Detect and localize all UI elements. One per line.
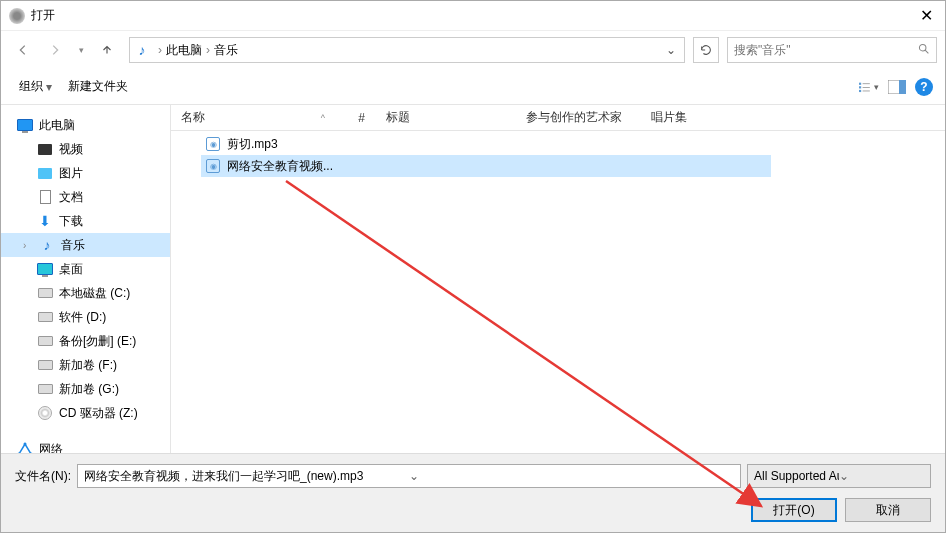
breadcrumb-thispc[interactable]: 此电脑 [166,42,202,59]
sidebar-item-drive-d[interactable]: 软件 (D:) [1,305,170,329]
file-name: 剪切.mp3 [227,136,278,153]
toolbar: 组织 ▾ 新建文件夹 ▾ ? [1,69,945,105]
disc-icon [37,405,53,421]
svg-point-0 [919,44,926,51]
chevron-down-icon: ⌄ [839,469,924,483]
network-icon [17,441,33,453]
forward-button[interactable] [41,36,69,64]
arrow-up-icon [100,43,114,57]
svg-rect-2 [863,83,870,84]
sidebar-item-downloads[interactable]: ⬇ 下载 [1,209,170,233]
svg-rect-5 [859,89,861,91]
sidebar-item-music[interactable]: › ♪ 音乐 [1,233,170,257]
search-input[interactable] [734,43,917,57]
media-file-icon [205,136,221,152]
sidebar-item-drive-f[interactable]: 新加卷 (F:) [1,353,170,377]
filename-input[interactable]: 网络安全教育视频，进来我们一起学习吧_(new).mp3 ⌄ [77,464,741,488]
arrow-left-icon [16,43,30,57]
desktop-icon [37,261,53,277]
filename-label: 文件名(N): [15,468,71,485]
column-album[interactable]: 唱片集 [641,109,945,126]
breadcrumb-dropdown[interactable]: ⌄ [662,43,680,57]
main-area: 此电脑 视频 图片 文档 ⬇ 下载 › ♪ 音乐 桌面 本地磁盘 (C [1,105,945,453]
documents-icon [37,189,53,205]
preview-pane-button[interactable] [887,78,907,96]
chevron-down-icon[interactable]: ⌄ [409,469,734,483]
download-icon: ⬇ [37,213,53,229]
new-folder-button[interactable]: 新建文件夹 [62,74,134,99]
svg-rect-1 [859,82,861,84]
search-box[interactable] [727,37,937,63]
recent-dropdown[interactable]: ▾ [73,36,89,64]
music-icon: ♪ [134,42,150,58]
svg-rect-6 [863,90,870,91]
column-number[interactable]: # [336,111,376,125]
title-bar: 打开 ✕ [1,1,945,31]
drive-icon [37,357,53,373]
open-button[interactable]: 打开(O) [751,498,837,522]
file-list: 名称 ^ # 标题 参与创作的艺术家 唱片集 剪切.mp3 网络安全教育视频..… [171,105,945,453]
expand-icon[interactable]: › [23,240,33,251]
arrow-right-icon [48,43,62,57]
column-headers: 名称 ^ # 标题 参与创作的艺术家 唱片集 [171,105,945,131]
view-mode-button[interactable]: ▾ [859,78,879,96]
drive-icon [37,333,53,349]
up-button[interactable] [93,36,121,64]
footer: 文件名(N): 网络安全教育视频，进来我们一起学习吧_(new).mp3 ⌄ A… [1,453,945,532]
sidebar-item-cd-drive[interactable]: CD 驱动器 (Z:) [1,401,170,425]
refresh-icon [699,43,713,57]
search-icon[interactable] [917,42,930,58]
svg-rect-3 [859,86,861,88]
column-name[interactable]: 名称 ^ [171,109,336,126]
sort-indicator-icon: ^ [321,113,325,123]
sidebar-item-drive-g[interactable]: 新加卷 (G:) [1,377,170,401]
sidebar: 此电脑 视频 图片 文档 ⬇ 下载 › ♪ 音乐 桌面 本地磁盘 (C [1,105,171,453]
list-view-icon [859,80,872,94]
sidebar-item-thispc[interactable]: 此电脑 [1,113,170,137]
breadcrumb-music[interactable]: 音乐 [214,42,238,59]
file-row[interactable]: 网络安全教育视频... [201,155,771,177]
cancel-button[interactable]: 取消 [845,498,931,522]
nav-bar: ▾ ♪ › 此电脑 › 音乐 ⌄ [1,31,945,69]
file-row[interactable]: 剪切.mp3 [201,133,945,155]
svg-rect-8 [899,80,906,94]
chevron-right-icon: › [158,43,162,57]
back-button[interactable] [9,36,37,64]
computer-icon [17,117,33,133]
drive-icon [37,381,53,397]
sidebar-item-drive-c[interactable]: 本地磁盘 (C:) [1,281,170,305]
drive-icon [37,285,53,301]
file-type-filter[interactable]: All Supported Audio&Video ⌄ [747,464,931,488]
svg-rect-4 [863,87,870,88]
sidebar-item-video[interactable]: 视频 [1,137,170,161]
video-icon [37,141,53,157]
pictures-icon [37,165,53,181]
organize-menu[interactable]: 组织 ▾ [13,74,58,99]
close-button[interactable]: ✕ [916,6,937,25]
media-file-icon [205,158,221,174]
question-icon: ? [920,80,927,94]
chevron-right-icon: › [206,43,210,57]
sidebar-item-desktop[interactable]: 桌面 [1,257,170,281]
app-icon [9,8,25,24]
drive-icon [37,309,53,325]
sidebar-item-network[interactable]: 网络 [1,437,170,453]
panel-icon [888,80,906,94]
refresh-button[interactable] [693,37,719,63]
column-title[interactable]: 标题 [376,109,516,126]
music-icon: ♪ [39,237,55,253]
file-name: 网络安全教育视频... [227,158,333,175]
sidebar-item-drive-e[interactable]: 备份[勿删] (E:) [1,329,170,353]
svg-point-11 [24,443,27,446]
window-title: 打开 [31,7,916,24]
help-button[interactable]: ? [915,78,933,96]
column-artist[interactable]: 参与创作的艺术家 [516,109,641,126]
chevron-down-icon: ▾ [46,80,52,94]
file-rows: 剪切.mp3 网络安全教育视频... [171,131,945,179]
breadcrumb[interactable]: ♪ › 此电脑 › 音乐 ⌄ [129,37,685,63]
sidebar-item-pictures[interactable]: 图片 [1,161,170,185]
sidebar-item-documents[interactable]: 文档 [1,185,170,209]
